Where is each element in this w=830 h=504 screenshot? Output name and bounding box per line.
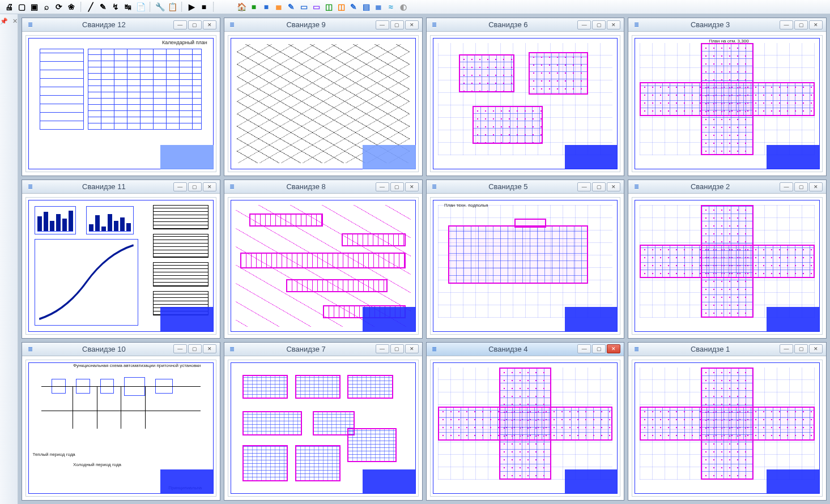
window-maximize-button[interactable]: ▢	[592, 182, 606, 191]
drawing-canvas[interactable]	[427, 356, 624, 500]
palette-box1[interactable]: ▭	[298, 1, 309, 12]
doc-window[interactable]: ≣Сванидзе 7—▢✕	[224, 342, 423, 501]
window-maximize-button[interactable]: ▢	[390, 20, 404, 29]
doc-window[interactable]: ≣Сванидзе 2—▢✕	[628, 180, 827, 338]
doc-window[interactable]: ≣Сванидзе 11—▢✕	[22, 180, 220, 338]
window-maximize-button[interactable]: ▢	[794, 344, 808, 353]
pin-icon[interactable]: 📌	[0, 16, 10, 26]
window-maximize-button[interactable]: ▢	[390, 182, 404, 191]
drawing-canvas[interactable]	[224, 356, 422, 500]
window-close-button[interactable]: ✕	[607, 344, 620, 353]
palette-select[interactable]: ◫	[323, 1, 334, 12]
window-maximize-button[interactable]: ▢	[794, 182, 808, 191]
window-close-button[interactable]: ✕	[405, 182, 419, 191]
tool-refresh[interactable]: ⟳	[53, 1, 65, 12]
palette-sheet[interactable]: ▤	[360, 1, 372, 12]
tool-offset[interactable]: ↹	[122, 1, 134, 12]
tool-copy[interactable]: 📄	[135, 1, 146, 12]
tool-wrench[interactable]: 🔧	[154, 1, 165, 12]
window-close-button[interactable]: ✕	[405, 20, 419, 29]
doc-titlebar[interactable]: ≣Сванидзе 3—▢✕	[628, 18, 826, 32]
drawing-canvas[interactable]	[427, 32, 624, 176]
tool-print[interactable]: 🖨	[3, 1, 15, 12]
window-close-button[interactable]: ✕	[405, 344, 419, 353]
window-minimize-button[interactable]: —	[577, 20, 591, 29]
palette-green[interactable]: ■	[248, 1, 259, 12]
window-close-button[interactable]: ✕	[809, 182, 823, 191]
palette-edit[interactable]: ✎	[348, 1, 359, 12]
doc-window[interactable]: ≣Сванидзе 3—▢✕План на отм. 3,300	[628, 18, 827, 176]
doc-titlebar[interactable]: ≣Сванидзе 8—▢✕	[224, 180, 422, 194]
drawing-canvas[interactable]	[628, 356, 826, 500]
window-close-button[interactable]: ✕	[203, 344, 216, 353]
tool-layer[interactable]: ❀	[66, 1, 77, 12]
window-minimize-button[interactable]: —	[173, 182, 187, 191]
window-close-button[interactable]: ✕	[607, 20, 620, 29]
tool-dim[interactable]: ✎	[97, 1, 109, 12]
doc-window[interactable]: ≣Сванидзе 12—▢✕Календарный план	[22, 18, 220, 176]
doc-titlebar[interactable]: ≣Сванидзе 5—▢✕	[427, 180, 624, 194]
tool-play[interactable]: ▶	[186, 1, 197, 12]
doc-titlebar[interactable]: ≣Сванидзе 9—▢✕	[224, 18, 422, 32]
doc-window[interactable]: ≣Сванидзе 4—▢✕	[426, 342, 625, 501]
window-minimize-button[interactable]: —	[780, 182, 793, 191]
window-close-button[interactable]: ✕	[203, 182, 216, 191]
palette-home[interactable]: 🏠	[236, 1, 247, 12]
window-minimize-button[interactable]: —	[173, 344, 187, 353]
window-maximize-button[interactable]: ▢	[794, 20, 808, 29]
window-minimize-button[interactable]: —	[376, 344, 389, 353]
doc-titlebar[interactable]: ≣Сванидзе 11—▢✕	[22, 180, 220, 194]
tool-open[interactable]: ▣	[28, 1, 40, 12]
window-maximize-button[interactable]: ▢	[592, 20, 606, 29]
doc-window[interactable]: ≣Сванидзе 9—▢✕	[224, 18, 423, 176]
drawing-canvas[interactable]: План техн. подполья	[427, 194, 624, 338]
palette-stairs[interactable]: ≣	[273, 1, 284, 12]
palette-wave[interactable]: ≈	[385, 1, 397, 12]
doc-titlebar[interactable]: ≣Сванидзе 1—▢✕	[628, 343, 826, 356]
drawing-canvas[interactable]	[224, 194, 422, 338]
window-maximize-button[interactable]: ▢	[188, 20, 202, 29]
drawing-canvas[interactable]	[628, 194, 826, 338]
doc-titlebar[interactable]: ≣Сванидзе 7—▢✕	[224, 343, 422, 356]
doc-titlebar[interactable]: ≣Сванидзе 12—▢✕	[22, 18, 220, 32]
window-minimize-button[interactable]: —	[577, 344, 591, 353]
drawing-canvas[interactable]	[224, 32, 422, 176]
palette-box2[interactable]: ▭	[310, 1, 322, 12]
window-minimize-button[interactable]: —	[173, 20, 187, 29]
tool-zoom-ext[interactable]: ⌕	[41, 1, 52, 12]
window-close-button[interactable]: ✕	[607, 182, 620, 191]
doc-window[interactable]: ≣Сванидзе 1—▢✕	[628, 342, 827, 501]
tool-hatch[interactable]: ↯	[110, 1, 121, 12]
palette-area[interactable]: ◫	[335, 1, 347, 12]
window-minimize-button[interactable]: —	[780, 20, 793, 29]
doc-titlebar[interactable]: ≣Сванидзе 2—▢✕	[628, 180, 826, 194]
window-minimize-button[interactable]: —	[376, 182, 389, 191]
doc-window[interactable]: ≣Сванидзе 6—▢✕	[426, 18, 625, 176]
window-minimize-button[interactable]: —	[376, 20, 389, 29]
window-maximize-button[interactable]: ▢	[188, 182, 202, 191]
window-maximize-button[interactable]: ▢	[390, 344, 404, 353]
window-minimize-button[interactable]: —	[577, 182, 591, 191]
doc-window[interactable]: ≣Сванидзе 5—▢✕План техн. подполья	[426, 180, 625, 338]
palette-globe[interactable]: ◐	[398, 1, 409, 12]
window-minimize-button[interactable]: —	[780, 344, 793, 353]
drawing-canvas[interactable]: Функциональная схема автоматизации прито…	[22, 356, 220, 500]
drawing-canvas[interactable]	[22, 194, 220, 338]
window-close-button[interactable]: ✕	[809, 344, 823, 353]
doc-titlebar[interactable]: ≣Сванидзе 6—▢✕	[427, 18, 624, 32]
window-maximize-button[interactable]: ▢	[592, 344, 606, 353]
doc-titlebar[interactable]: ≣Сванидзе 4—▢✕	[427, 343, 624, 356]
window-close-button[interactable]: ✕	[203, 20, 216, 29]
tool-line[interactable]: ╱	[85, 1, 96, 12]
tool-sheet[interactable]: ▢	[16, 1, 27, 12]
window-maximize-button[interactable]: ▢	[188, 344, 202, 353]
palette-layers[interactable]: ≣	[373, 1, 384, 12]
doc-window[interactable]: ≣Сванидзе 10—▢✕Функциональная схема авто…	[22, 342, 220, 501]
drawing-canvas[interactable]: План на отм. 3,300	[628, 32, 826, 176]
tool-props[interactable]: 📋	[167, 1, 178, 12]
palette-blue[interactable]: ■	[261, 1, 272, 12]
doc-window[interactable]: ≣Сванидзе 8—▢✕	[224, 180, 423, 338]
doc-titlebar[interactable]: ≣Сванидзе 10—▢✕	[22, 343, 220, 356]
drawing-canvas[interactable]: Календарный план	[22, 32, 220, 176]
tool-stop[interactable]: ■	[198, 1, 210, 12]
